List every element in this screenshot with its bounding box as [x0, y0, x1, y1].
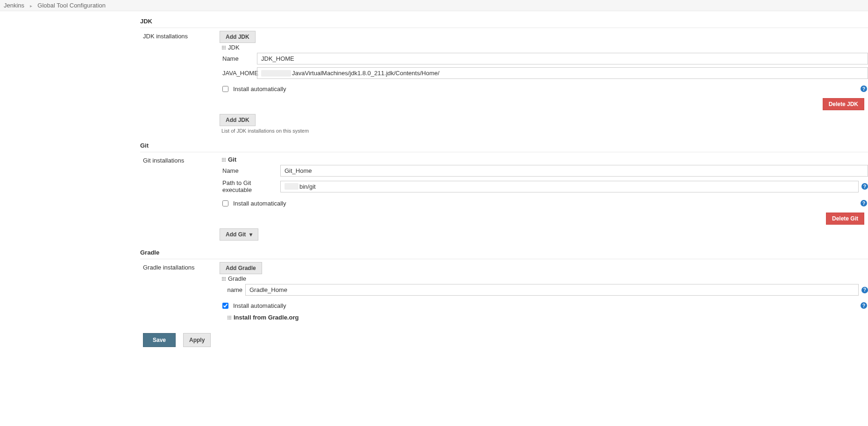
git-entry-header: Git	[220, 155, 868, 165]
git-install-auto-label: Install automatically	[233, 200, 286, 207]
svg-point-0	[222, 46, 223, 47]
svg-point-7	[223, 49, 224, 50]
svg-point-33	[228, 319, 228, 320]
apply-button[interactable]: Apply	[183, 333, 211, 347]
jdk-install-auto-label: Install automatically	[233, 85, 286, 92]
section-header-jdk: JDK	[140, 15, 868, 28]
jdk-entry-title: JDK	[228, 44, 240, 51]
svg-point-16	[223, 161, 224, 162]
svg-point-12	[222, 159, 223, 160]
add-gradle-button[interactable]: Add Gradle	[220, 262, 262, 274]
git-entry-title: Git	[228, 156, 236, 163]
svg-point-24	[222, 280, 223, 281]
redacted-segment	[261, 70, 291, 77]
gradle-installer-title: Install from Gradle.org	[234, 314, 299, 321]
svg-point-23	[225, 278, 226, 279]
section-gradle: Gradle Gradle installations Add Gradle G…	[140, 246, 868, 326]
drag-handle-icon[interactable]	[227, 315, 232, 320]
jdk-home-label: JAVA_HOME	[220, 70, 257, 77]
help-icon[interactable]: ?	[861, 302, 867, 309]
gradle-entry-header: Gradle	[220, 274, 868, 284]
jdk-installations-label: JDK installations	[140, 31, 220, 40]
svg-point-25	[223, 280, 224, 281]
git-installations-label: Git installations	[140, 155, 220, 164]
svg-point-29	[230, 316, 231, 317]
help-icon[interactable]: ?	[861, 200, 867, 206]
action-buttons-row: Save Apply	[140, 328, 868, 356]
svg-point-13	[223, 159, 224, 160]
git-path-input[interactable]: bin/git	[280, 181, 859, 192]
jdk-name-label: Name	[220, 55, 257, 62]
gradle-install-auto-label: Install automatically	[233, 302, 286, 309]
svg-point-4	[223, 47, 224, 48]
gradle-installer-header: Install from Gradle.org	[220, 313, 868, 323]
gradle-name-label: name	[220, 286, 245, 293]
git-install-auto-checkbox[interactable]	[222, 200, 228, 206]
git-name-label: Name	[220, 167, 280, 174]
svg-point-26	[225, 280, 226, 281]
section-jdk: JDK JDK installations Add JDK JDK Name J…	[140, 15, 868, 136]
svg-point-20	[225, 277, 226, 278]
jdk-home-input[interactable]: JavaVirtualMachines/jdk1.8.0_211.jdk/Con…	[257, 67, 868, 79]
svg-point-8	[225, 49, 226, 50]
add-git-button-label: Add Git	[226, 231, 246, 238]
svg-point-2	[225, 46, 226, 47]
add-jdk-button[interactable]: Add JDK	[220, 31, 256, 43]
breadcrumb-root-link[interactable]: Jenkins	[4, 2, 24, 9]
git-name-input[interactable]	[280, 165, 868, 177]
jdk-home-value-text: JavaVirtualMachines/jdk1.8.0_211.jdk/Con…	[292, 70, 440, 77]
svg-point-14	[225, 159, 226, 160]
chevron-down-icon: ▾	[249, 231, 252, 238]
section-header-gradle: Gradle	[140, 246, 868, 259]
add-git-button[interactable]: Add Git ▾	[220, 228, 258, 241]
svg-point-15	[222, 161, 223, 162]
svg-point-34	[229, 319, 230, 320]
gradle-installations-label: Gradle installations	[140, 262, 220, 271]
delete-git-button[interactable]: Delete Git	[826, 213, 864, 225]
svg-point-21	[222, 278, 223, 279]
svg-point-11	[225, 158, 226, 159]
section-header-git: Git	[140, 139, 868, 152]
svg-point-5	[225, 47, 226, 48]
section-git: Git Git installations Git Name Path to G…	[140, 139, 868, 243]
svg-point-6	[222, 49, 223, 50]
svg-point-35	[230, 319, 231, 320]
svg-point-32	[230, 317, 231, 318]
svg-point-17	[225, 161, 226, 162]
save-button[interactable]: Save	[143, 333, 176, 347]
gradle-name-input[interactable]	[245, 284, 859, 296]
breadcrumb-separator: ▸	[30, 3, 32, 8]
delete-jdk-button[interactable]: Delete JDK	[823, 98, 864, 110]
jdk-name-input[interactable]	[257, 53, 868, 64]
help-icon[interactable]: ?	[861, 85, 867, 92]
jdk-footer-text: List of JDK installations on this system	[221, 128, 868, 134]
svg-point-28	[229, 316, 230, 317]
git-path-value-text: bin/git	[299, 183, 316, 190]
svg-point-30	[228, 317, 228, 318]
breadcrumb-bar: Jenkins ▸ Global Tool Configuration	[0, 0, 868, 11]
help-icon[interactable]: ?	[861, 287, 868, 293]
jdk-entry-header: JDK	[220, 43, 868, 53]
svg-point-27	[228, 316, 228, 317]
svg-point-22	[223, 278, 224, 279]
svg-point-18	[222, 277, 223, 278]
drag-handle-icon[interactable]	[221, 157, 226, 162]
gradle-install-auto-checkbox[interactable]	[222, 303, 228, 309]
main-content: JDK JDK installations Add JDK JDK Name J…	[140, 11, 868, 356]
svg-point-19	[223, 277, 224, 278]
redacted-segment	[285, 183, 299, 190]
svg-point-1	[223, 46, 224, 47]
svg-point-31	[229, 317, 230, 318]
svg-point-10	[223, 158, 224, 159]
add-jdk-button-bottom[interactable]: Add JDK	[220, 114, 256, 126]
jdk-install-auto-checkbox[interactable]	[222, 86, 228, 92]
drag-handle-icon[interactable]	[221, 277, 226, 281]
svg-point-9	[222, 158, 223, 159]
gradle-entry-title: Gradle	[228, 275, 246, 282]
git-path-label: Path to Git executable	[220, 179, 280, 193]
drag-handle-icon[interactable]	[221, 45, 226, 50]
help-icon[interactable]: ?	[861, 183, 868, 190]
breadcrumb-page-link[interactable]: Global Tool Configuration	[37, 2, 106, 9]
svg-point-3	[222, 47, 223, 48]
